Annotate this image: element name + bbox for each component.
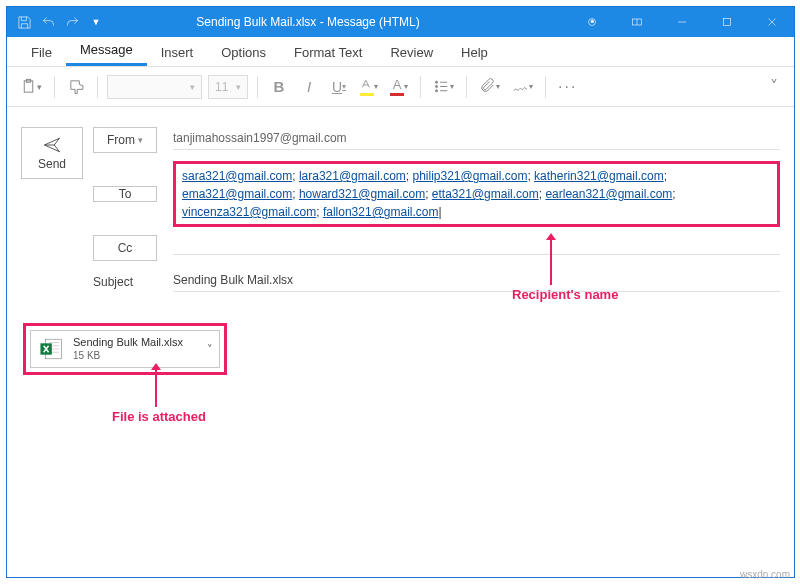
ribbon-toolbar: ▾ ▾ 11▾ B I U▾ ▾ A▾ ▾ ▾ ▾ ··· ˅ <box>7 67 794 107</box>
annotation-arrow-recipients <box>550 239 552 285</box>
undo-icon[interactable] <box>37 11 59 33</box>
excel-file-icon <box>37 335 65 363</box>
svg-point-9 <box>435 81 437 83</box>
redo-icon[interactable] <box>61 11 83 33</box>
display-options-icon[interactable] <box>614 7 659 37</box>
attachment-item[interactable]: Sending Bulk Mail.xlsx 15 KB ˅ <box>30 330 220 368</box>
svg-point-11 <box>435 85 437 87</box>
tab-review[interactable]: Review <box>376 39 447 66</box>
ribbon-tabs: File Message Insert Options Format Text … <box>7 37 794 67</box>
recipient-email[interactable]: katherin321@gmail.com <box>534 169 664 183</box>
italic-button[interactable]: I <box>297 73 321 101</box>
recipient-email[interactable]: etta321@gmail.com <box>432 187 539 201</box>
font-highlight-button[interactable]: ▾ <box>357 73 381 101</box>
format-painter-icon[interactable] <box>64 73 88 101</box>
qa-dropdown-icon[interactable]: ▼ <box>85 11 107 33</box>
subject-label: Subject <box>93 269 157 295</box>
cc-field[interactable] <box>173 235 780 255</box>
recipient-email[interactable]: fallon321@gmail.com <box>323 205 439 219</box>
attachment-filename: Sending Bulk Mail.xlsx <box>73 336 201 349</box>
tab-file[interactable]: File <box>17 39 66 66</box>
annotation-arrow-attachment <box>155 369 157 407</box>
bold-button[interactable]: B <box>267 73 291 101</box>
titlebar: ▼ Sending Bulk Mail.xlsx - Message (HTML… <box>7 7 794 37</box>
tab-message[interactable]: Message <box>66 36 147 66</box>
send-icon <box>41 136 63 154</box>
collapse-ribbon-icon[interactable]: ˅ <box>762 73 786 101</box>
recipient-email[interactable]: vincenza321@gmail.com <box>182 205 316 219</box>
tab-options[interactable]: Options <box>207 39 280 66</box>
recipient-email[interactable]: howard321@gmail.com <box>299 187 425 201</box>
signature-button[interactable]: ▾ <box>509 73 536 101</box>
to-button[interactable]: To <box>93 186 157 202</box>
font-family-select[interactable]: ▾ <box>107 75 202 99</box>
send-button[interactable]: Send <box>21 127 83 179</box>
compose-body: Send From▾ tanjimahossain1997@gmail.com … <box>7 107 794 389</box>
coming-soon-icon[interactable] <box>569 7 614 37</box>
window-title: Sending Bulk Mail.xlsx - Message (HTML) <box>107 15 569 29</box>
svg-point-13 <box>435 90 437 92</box>
attachment-menu-icon[interactable]: ˅ <box>207 343 213 356</box>
annotation-attachment: File is attached <box>112 409 206 424</box>
from-button[interactable]: From▾ <box>93 127 157 153</box>
watermark: wsxdn.com <box>740 569 790 580</box>
attach-file-button[interactable]: ▾ <box>476 73 503 101</box>
more-commands[interactable]: ··· <box>555 73 580 101</box>
underline-button[interactable]: U▾ <box>327 73 351 101</box>
font-color-button[interactable]: A▾ <box>387 73 411 101</box>
bullets-button[interactable]: ▾ <box>430 73 457 101</box>
subject-field[interactable]: Sending Bulk Mail.xlsx <box>173 269 780 292</box>
attachment-size: 15 KB <box>73 350 201 362</box>
from-value[interactable]: tanjimahossain1997@gmail.com <box>173 127 780 150</box>
cc-button[interactable]: Cc <box>93 235 157 261</box>
tab-help[interactable]: Help <box>447 39 502 66</box>
recipient-email[interactable]: lara321@gmail.com <box>299 169 406 183</box>
tab-insert[interactable]: Insert <box>147 39 208 66</box>
annotation-recipients: Recipient's name <box>512 287 618 302</box>
recipient-email[interactable]: ema321@gmail.com <box>182 187 292 201</box>
to-field[interactable]: sara321@gmail.com; lara321@gmail.com; ph… <box>173 161 780 227</box>
paste-button[interactable]: ▾ <box>17 73 45 101</box>
recipient-email[interactable]: philip321@gmail.com <box>412 169 527 183</box>
save-icon[interactable] <box>13 11 35 33</box>
recipient-email[interactable]: earlean321@gmail.com <box>545 187 672 201</box>
tab-format-text[interactable]: Format Text <box>280 39 376 66</box>
maximize-icon[interactable] <box>704 7 749 37</box>
close-icon[interactable] <box>749 7 794 37</box>
outlook-compose-window: ▼ Sending Bulk Mail.xlsx - Message (HTML… <box>6 6 795 578</box>
recipient-email[interactable]: sara321@gmail.com <box>182 169 292 183</box>
svg-rect-4 <box>723 19 730 26</box>
font-size-select[interactable]: 11▾ <box>208 75 248 99</box>
minimize-icon[interactable] <box>659 7 704 37</box>
attachment-highlight: Sending Bulk Mail.xlsx 15 KB ˅ <box>23 323 227 375</box>
